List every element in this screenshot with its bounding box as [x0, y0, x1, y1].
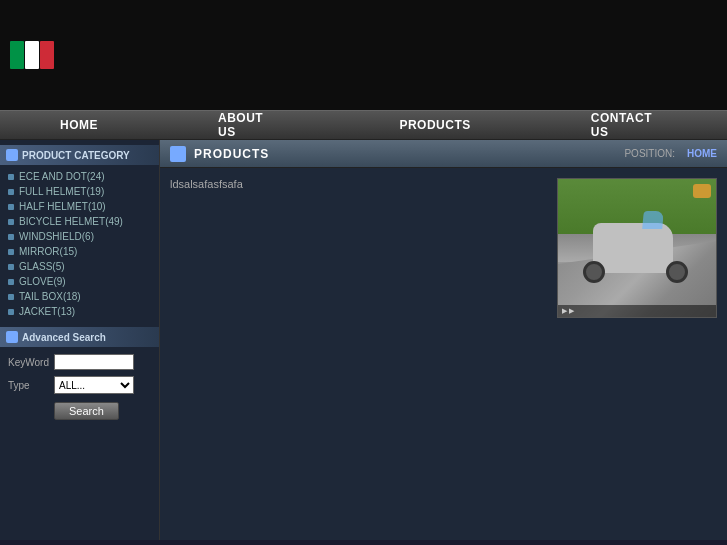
flag-green — [10, 41, 24, 69]
advanced-search-label: Advanced Search — [22, 332, 106, 343]
cat-label: JACKET(13) — [19, 306, 75, 317]
page-header — [0, 0, 727, 110]
category-glove[interactable]: GLOVE(9) — [0, 274, 159, 289]
category-windshield[interactable]: WINDSHIELD(6) — [0, 229, 159, 244]
nav-home[interactable]: HOME — [0, 118, 158, 132]
category-header-label: PRODUCT CATEGORY — [22, 150, 130, 161]
cat-label: MIRROR(15) — [19, 246, 77, 257]
image-bottom-bar: ▶ ▶ — [558, 305, 716, 317]
cat-label: GLASS(5) — [19, 261, 65, 272]
cat-bullet — [8, 174, 14, 180]
position-value: HOME — [687, 148, 717, 159]
category-glass[interactable]: GLASS(5) — [0, 259, 159, 274]
cat-label: TAIL BOX(18) — [19, 291, 81, 302]
category-bicycle-helmet[interactable]: BICYCLE HELMET(49) — [0, 214, 159, 229]
flag-red — [40, 41, 54, 69]
cat-image-icon — [693, 184, 711, 198]
search-btn-row: Search — [0, 397, 159, 423]
cat-bullet — [8, 249, 14, 255]
cat-label: ECE AND DOT(24) — [19, 171, 105, 182]
category-icon — [6, 149, 18, 161]
logo — [10, 35, 70, 75]
keyword-input[interactable] — [54, 354, 134, 370]
nav-products[interactable]: PRODUCTS — [339, 118, 530, 132]
cat-label: BICYCLE HELMET(49) — [19, 216, 123, 227]
category-header: PRODUCT CATEGORY — [0, 145, 159, 165]
cat-bullet — [8, 294, 14, 300]
cat-bullet — [8, 204, 14, 210]
category-ece[interactable]: ECE AND DOT(24) — [0, 169, 159, 184]
content-area: PRODUCTS POSITION: HOME ldsalsafasfsafa — [160, 140, 727, 540]
img-bar-text: ▶ ▶ — [562, 307, 574, 315]
product-image[interactable]: ▶ ▶ — [557, 178, 717, 318]
moto-wheel-rear — [583, 261, 605, 283]
content-title: PRODUCTS — [194, 147, 616, 161]
cat-label: WINDSHIELD(6) — [19, 231, 94, 242]
cat-bullet — [8, 264, 14, 270]
products-list: ldsalsafasfsafa ▶ ▶ — [160, 168, 727, 328]
cat-label: HALF HELMET(10) — [19, 201, 106, 212]
moto-background: ▶ ▶ — [558, 179, 716, 317]
category-jacket[interactable]: JACKET(13) — [0, 304, 159, 319]
category-mirror[interactable]: MIRROR(15) — [0, 244, 159, 259]
product-description: ldsalsafasfsafa — [170, 178, 541, 190]
type-row: Type ALL... — [0, 373, 159, 397]
category-full-helmet[interactable]: FULL HELMET(19) — [0, 184, 159, 199]
type-select[interactable]: ALL... — [54, 376, 134, 394]
cat-bullet — [8, 234, 14, 240]
cat-bullet — [8, 309, 14, 315]
motorcycle — [582, 214, 685, 283]
nav-contact[interactable]: CONTACT US — [531, 111, 727, 139]
moto-windshield — [642, 211, 664, 229]
flag-icon — [10, 41, 54, 69]
category-half-helmet[interactable]: HALF HELMET(10) — [0, 199, 159, 214]
type-label: Type — [8, 380, 50, 391]
cat-label: GLOVE(9) — [19, 276, 66, 287]
moto-wheel-front — [666, 261, 688, 283]
position-label: POSITION: — [624, 148, 675, 159]
sidebar: PRODUCT CATEGORY ECE AND DOT(24) FULL HE… — [0, 140, 160, 540]
moto-body — [593, 223, 673, 273]
cat-bullet — [8, 219, 14, 225]
content-header: PRODUCTS POSITION: HOME — [160, 140, 727, 168]
cat-bullet — [8, 189, 14, 195]
flag-white — [25, 41, 39, 69]
main-layout: PRODUCT CATEGORY ECE AND DOT(24) FULL HE… — [0, 140, 727, 540]
navbar: HOME ABOUT US PRODUCTS CONTACT US — [0, 110, 727, 140]
cat-bullet — [8, 279, 14, 285]
content-header-icon — [170, 146, 186, 162]
category-tail-box[interactable]: TAIL BOX(18) — [0, 289, 159, 304]
nav-about[interactable]: ABOUT US — [158, 111, 339, 139]
search-header-icon — [6, 331, 18, 343]
keyword-label: KeyWord — [8, 357, 50, 368]
keyword-row: KeyWord — [0, 351, 159, 373]
cat-label: FULL HELMET(19) — [19, 186, 104, 197]
product-row: ldsalsafasfsafa ▶ ▶ — [170, 178, 717, 318]
search-button[interactable]: Search — [54, 402, 119, 420]
advanced-search-header: Advanced Search — [0, 327, 159, 347]
